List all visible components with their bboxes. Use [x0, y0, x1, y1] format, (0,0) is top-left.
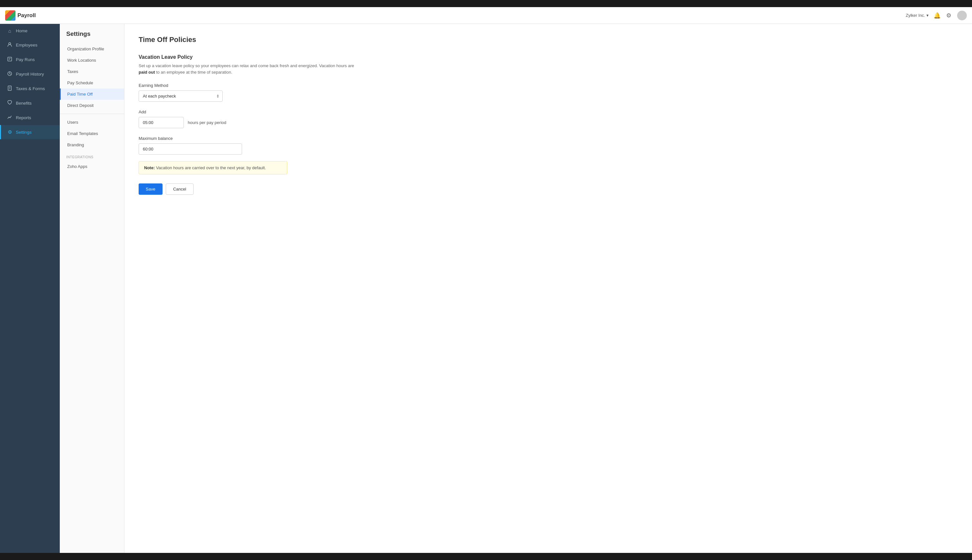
settings-icon[interactable]: ⚙	[945, 12, 952, 19]
sidebar-item-reports[interactable]: Reports	[0, 110, 60, 125]
add-hours-input[interactable]	[139, 117, 184, 128]
section-description: Set up a vacation leave policy so your e…	[139, 63, 358, 75]
sidebar-item-payroll-history[interactable]: Payroll History	[0, 67, 60, 82]
sidebar-item-home[interactable]: ⌂ Home	[0, 24, 60, 38]
sidebar-item-label: Payroll History	[16, 72, 44, 77]
settings-nav-paid-time-off[interactable]: Paid Time Off	[60, 88, 124, 100]
page-title: Time Off Policies	[139, 35, 958, 44]
sidebar-item-label: Home	[16, 28, 27, 33]
content-area: Time Off Policies Vacation Leave Policy …	[124, 24, 972, 553]
sidebar-item-taxes-forms[interactable]: Taxes & Forms	[0, 82, 60, 96]
benefits-icon	[7, 100, 13, 106]
sidebar-item-label: Settings	[16, 130, 32, 135]
settings-nav-zoho-apps[interactable]: Zoho Apps	[60, 161, 124, 172]
hours-per-pay-period-label: hours per pay period	[188, 120, 226, 125]
settings-gear-icon: ⚙	[7, 129, 13, 135]
sidebar-item-label: Benefits	[16, 101, 32, 106]
note-box: Note: Vacation hours are carried over to…	[139, 161, 287, 174]
zoho-logo-icon	[5, 10, 15, 21]
settings-nav-pay-schedule[interactable]: Pay Schedule	[60, 77, 124, 88]
bottom-black-bar	[0, 553, 972, 560]
sidebar-item-settings[interactable]: ⚙ Settings	[0, 125, 60, 139]
sidebar-item-label: Taxes & Forms	[16, 86, 45, 91]
sidebar-item-employees[interactable]: Employees	[0, 38, 60, 52]
settings-nav-branding[interactable]: Branding	[60, 139, 124, 150]
settings-nav-taxes[interactable]: Taxes	[60, 66, 124, 77]
topbar-left: Payroll	[5, 10, 36, 21]
sidebar-item-label: Employees	[16, 43, 37, 47]
pay-runs-icon	[7, 57, 13, 63]
topbar-right: Zylker Inc. ▾ 🔔 ⚙	[906, 11, 967, 20]
settings-nav-org-profile[interactable]: Organization Profile	[60, 43, 124, 55]
svg-rect-1	[8, 57, 12, 61]
cancel-button[interactable]: Cancel	[166, 183, 194, 195]
earning-method-label: Earning Method	[139, 83, 958, 88]
settings-panel-title: Settings	[60, 30, 124, 43]
max-balance-label: Maximum balance	[139, 136, 958, 141]
top-black-bar	[0, 0, 972, 7]
sidebar-item-label: Pay Runs	[16, 57, 35, 62]
employees-icon	[7, 42, 13, 48]
topbar: Payroll Zylker Inc. ▾ 🔔 ⚙	[0, 7, 972, 24]
add-label: Add	[139, 110, 958, 114]
reports-icon	[7, 115, 13, 121]
save-button[interactable]: Save	[139, 183, 162, 195]
zoho-logo	[5, 10, 15, 21]
integrations-section-label: INTEGRATIONS	[60, 150, 124, 161]
notification-icon[interactable]: 🔔	[934, 12, 940, 19]
home-icon: ⌂	[7, 28, 13, 33]
earning-method-select[interactable]: At each paycheck Monthly Annually	[139, 90, 223, 102]
earning-method-wrapper: At each paycheck Monthly Annually ⇕	[139, 90, 223, 102]
settings-nav-work-locations[interactable]: Work Locations	[60, 55, 124, 66]
settings-panel: Settings Organization Profile Work Locat…	[60, 24, 124, 553]
company-selector[interactable]: Zylker Inc. ▾	[906, 13, 929, 18]
payroll-history-icon	[7, 71, 13, 77]
add-row: hours per pay period	[139, 117, 958, 128]
sidebar: ⌂ Home Employees Pay Runs Payroll Histor…	[0, 24, 60, 553]
main-layout: ⌂ Home Employees Pay Runs Payroll Histor…	[0, 24, 972, 553]
sidebar-item-label: Reports	[16, 115, 31, 120]
taxes-icon	[7, 86, 13, 92]
button-row: Save Cancel	[139, 183, 958, 195]
app-brand: Payroll	[17, 12, 36, 19]
max-balance-input[interactable]	[139, 143, 242, 155]
avatar[interactable]	[957, 11, 967, 20]
svg-point-0	[9, 43, 11, 45]
settings-nav-email-templates[interactable]: Email Templates	[60, 128, 124, 139]
section-title: Vacation Leave Policy	[139, 54, 958, 60]
sidebar-item-pay-runs[interactable]: Pay Runs	[0, 52, 60, 67]
sidebar-item-benefits[interactable]: Benefits	[0, 96, 60, 110]
settings-nav-direct-deposit[interactable]: Direct Deposit	[60, 100, 124, 111]
settings-nav-users[interactable]: Users	[60, 117, 124, 128]
